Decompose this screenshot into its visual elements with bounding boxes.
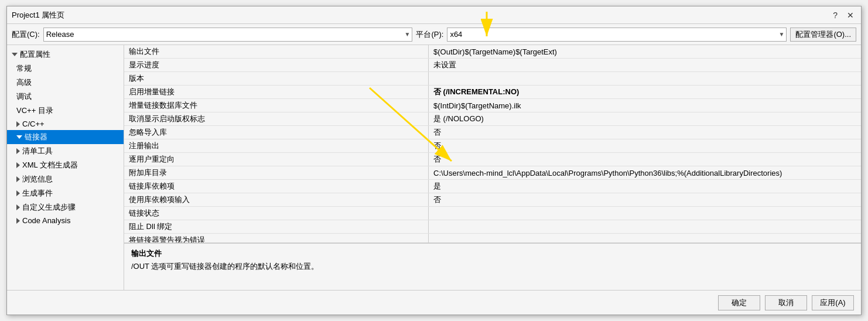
sidebar-item-label: C/C++ xyxy=(22,119,45,128)
sidebar-item-label: 链接器 xyxy=(25,132,47,142)
prop-name-cell: 取消显示启动版权标志 xyxy=(124,112,429,125)
expand-icon-xml xyxy=(16,162,20,168)
sidebar-item-label: 高级 xyxy=(16,78,32,87)
sidebar-item-cpp[interactable]: C/C++ xyxy=(7,118,124,130)
sidebar-item-custom-steps[interactable]: 自定义生成步骤 xyxy=(7,200,124,214)
prop-value-cell xyxy=(429,234,861,243)
prop-value-cell: 是 xyxy=(429,180,861,193)
prop-name-cell: 输出文件 xyxy=(124,45,429,58)
prop-value-cell xyxy=(429,207,861,220)
table-row[interactable]: 显示进度未设置 xyxy=(124,59,861,72)
prop-value-cell: $(IntDir)$(TargetName).ilk xyxy=(429,99,861,112)
prop-name-cell: 阻止 Dll 绑定 xyxy=(124,220,429,233)
table-row[interactable]: 逐用户重定向否 xyxy=(124,153,861,166)
properties-table: 输出文件$(OutDir)$(TargetName)$(TargetExt)显示… xyxy=(124,45,861,243)
prop-value-cell: 否 (/INCREMENTAL:NO) xyxy=(429,86,861,98)
sidebar-item-label: 浏览信息 xyxy=(22,174,53,185)
sidebar-item-label: 配置属性 xyxy=(20,49,50,60)
prop-value-cell: $(OutDir)$(TargetName)$(TargetExt) xyxy=(429,45,861,58)
close-button[interactable]: ✕ xyxy=(845,11,856,20)
main-area: 配置属性 常规 高级 调试 VC++ 目录 C/C++ xyxy=(7,45,861,290)
prop-name-cell: 显示进度 xyxy=(124,59,429,71)
sidebar-item-manifest-tool[interactable]: 清单工具 xyxy=(7,144,124,158)
prop-name-cell: 附加库目录 xyxy=(124,166,429,179)
prop-name-cell: 版本 xyxy=(124,72,429,85)
apply-button[interactable]: 应用(A) xyxy=(812,295,854,310)
title-bar-controls: ? ✕ xyxy=(831,11,856,20)
table-row[interactable]: 忽略导入库否 xyxy=(124,126,861,139)
sidebar: 配置属性 常规 高级 调试 VC++ 目录 C/C++ xyxy=(7,45,124,290)
cancel-button[interactable]: 取消 xyxy=(765,295,807,310)
prop-value-cell xyxy=(429,72,861,85)
sidebar-item-linker[interactable]: 链接器 xyxy=(7,130,124,144)
prop-value-cell: 是 (/NOLOGO) xyxy=(429,112,861,125)
prop-name-cell: 启用增量链接 xyxy=(124,86,429,98)
expand-icon-manifest xyxy=(16,148,20,154)
toolbar-row: 配置(C): Release ▼ 平台(P): x64 ▼ 配置管理器(O)..… xyxy=(7,24,861,45)
content-area: 输出文件$(OutDir)$(TargetName)$(TargetExt)显示… xyxy=(124,45,861,290)
dialog-title: Project1 属性页 xyxy=(12,10,64,21)
expand-icon-code xyxy=(16,218,20,224)
expand-icon-linker xyxy=(16,135,22,139)
sidebar-item-debug[interactable]: 调试 xyxy=(7,90,124,104)
description-area: 输出文件 /OUT 选项可重写链接器创建的程序的默认名称和位置。 xyxy=(124,243,861,290)
table-row[interactable]: 链接状态 xyxy=(124,207,861,220)
prop-name-cell: 忽略导入库 xyxy=(124,126,429,139)
prop-name-cell: 链接状态 xyxy=(124,207,429,220)
prop-name-cell: 将链接器警告视为错误 xyxy=(124,234,429,243)
expand-icon-custom xyxy=(16,204,20,210)
table-row[interactable]: 将链接器警告视为错误 xyxy=(124,234,861,243)
table-row[interactable]: 使用库依赖项输入否 xyxy=(124,193,861,207)
sidebar-item-build-events[interactable]: 生成事件 xyxy=(7,186,124,200)
config-select[interactable]: Release xyxy=(43,28,413,42)
table-row[interactable]: 版本 xyxy=(124,72,861,86)
description-text: /OUT 选项可重写链接器创建的程序的默认名称和位置。 xyxy=(131,261,854,272)
table-row[interactable]: 增量链接数据库文件$(IntDir)$(TargetName).ilk xyxy=(124,99,861,112)
prop-name-cell: 使用库依赖项输入 xyxy=(124,193,429,206)
table-row[interactable]: 附加库目录C:\Users\mech-mind_lcl\AppData\Loca… xyxy=(124,166,861,180)
table-row[interactable]: 输出文件$(OutDir)$(TargetName)$(TargetExt) xyxy=(124,45,861,59)
prop-name-cell: 逐用户重定向 xyxy=(124,153,429,166)
sidebar-item-advanced[interactable]: 高级 xyxy=(7,76,124,90)
sidebar-item-vc-dirs[interactable]: VC++ 目录 xyxy=(7,104,124,118)
sidebar-item-config-props[interactable]: 配置属性 xyxy=(7,47,124,62)
table-row[interactable]: 启用增量链接否 (/INCREMENTAL:NO) xyxy=(124,86,861,99)
prop-value-cell: 否 xyxy=(429,193,861,206)
footer: 确定 取消 应用(A) xyxy=(7,290,861,315)
table-row[interactable]: 注册输出否 xyxy=(124,139,861,153)
prop-value-cell: 未设置 xyxy=(429,59,861,71)
expand-icon xyxy=(12,53,18,56)
sidebar-item-label: XML 文档生成器 xyxy=(22,160,78,170)
table-row[interactable]: 链接库依赖项是 xyxy=(124,180,861,193)
prop-value-cell: 否 xyxy=(429,153,861,166)
prop-name-cell: 注册输出 xyxy=(124,139,429,152)
platform-label: 平台(P): xyxy=(416,29,443,40)
expand-icon-browse xyxy=(16,176,20,182)
sidebar-item-label: 清单工具 xyxy=(22,146,53,156)
platform-select-wrapper[interactable]: x64 ▼ xyxy=(447,28,787,42)
prop-value-cell: C:\Users\mech-mind_lcl\AppData\Local\Pro… xyxy=(429,166,861,179)
table-row[interactable]: 阻止 Dll 绑定 xyxy=(124,220,861,234)
config-select-wrapper[interactable]: Release ▼ xyxy=(43,28,413,42)
sidebar-item-browse-info[interactable]: 浏览信息 xyxy=(7,172,124,186)
prop-value-cell: 否 xyxy=(429,126,861,139)
prop-value-cell: 否 xyxy=(429,139,861,152)
sidebar-item-label: VC++ 目录 xyxy=(16,106,53,115)
table-row[interactable]: 取消显示启动版权标志是 (/NOLOGO) xyxy=(124,112,861,126)
sidebar-item-code-analysis[interactable]: Code Analysis xyxy=(7,214,124,227)
sidebar-item-label: 调试 xyxy=(16,92,32,101)
expand-icon-build xyxy=(16,190,20,196)
help-button[interactable]: ? xyxy=(831,11,840,20)
confirm-button[interactable]: 确定 xyxy=(718,295,760,310)
config-label: 配置(C): xyxy=(12,29,40,40)
prop-name-cell: 增量链接数据库文件 xyxy=(124,99,429,112)
sidebar-item-label: 生成事件 xyxy=(22,188,53,199)
sidebar-item-xml-gen[interactable]: XML 文档生成器 xyxy=(7,158,124,172)
sidebar-item-label: Code Analysis xyxy=(22,216,70,225)
sidebar-item-general[interactable]: 常规 xyxy=(7,62,124,76)
config-manager-button[interactable]: 配置管理器(O)... xyxy=(790,28,856,42)
description-title: 输出文件 xyxy=(131,248,854,259)
sidebar-item-label: 自定义生成步骤 xyxy=(22,202,76,213)
platform-select[interactable]: x64 xyxy=(447,28,787,42)
prop-name-cell: 链接库依赖项 xyxy=(124,180,429,193)
